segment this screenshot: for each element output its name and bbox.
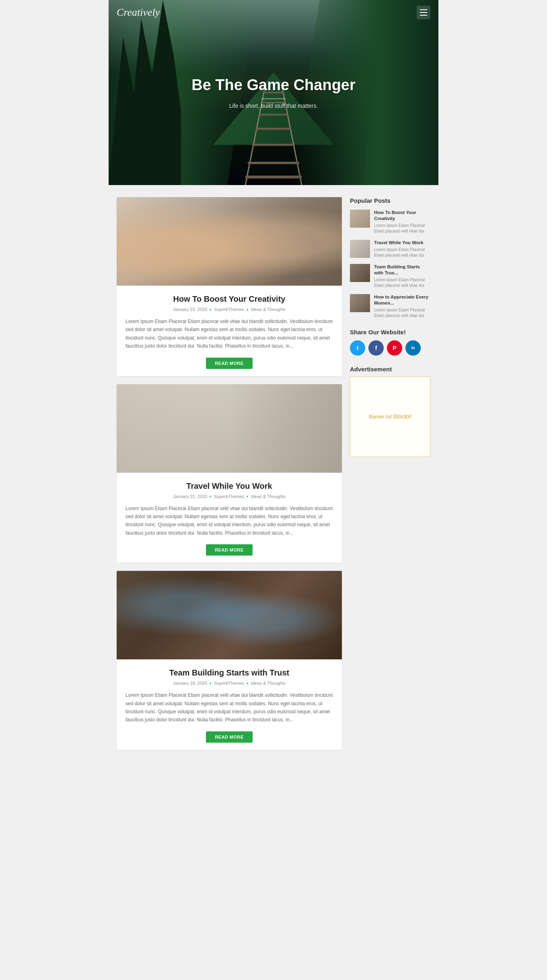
ad-title: Advertisement (350, 366, 430, 373)
post-card-3: Team Building Starts with Trust January … (117, 571, 342, 750)
post-excerpt-3: Lorem Ipsum Etiam Placerat Etiam placera… (125, 691, 333, 724)
post-excerpt-2: Lorem Ipsum Etiam Placerat Etiam placera… (125, 504, 333, 537)
pp-thumb-4 (350, 294, 370, 312)
linkedin-button[interactable]: in (405, 340, 421, 356)
popular-post-1[interactable]: How To Boost Your Creativity Lorem Ipsum… (350, 210, 430, 234)
pp-info-4: How to Appreciate Every Momen... Lorem I… (374, 294, 430, 319)
post-body-2: Travel While You Work January 22, 2020 ●… (117, 473, 342, 563)
read-more-2[interactable]: READ MORE (206, 544, 253, 556)
pp-title-1: How To Boost Your Creativity (374, 210, 430, 222)
post-meta-1: January 23, 2020 ● SuperbThemes ● Ideas … (125, 307, 333, 312)
post-author-2: SuperbThemes (214, 494, 244, 499)
meta-dot-5: ● (210, 681, 212, 685)
hamburger-line-2 (420, 12, 427, 13)
main-content: How To Boost Your Creativity January 23,… (109, 185, 438, 762)
advertisement-section: Advertisement Banner Ad 300x300 (350, 366, 430, 457)
hero-section: Be The Game Changer Life is short, build… (109, 0, 438, 185)
post-image-2[interactable] (117, 384, 342, 473)
menu-toggle[interactable] (417, 6, 430, 19)
posts-column: How To Boost Your Creativity January 23,… (117, 197, 342, 750)
linkedin-icon: in (411, 346, 415, 350)
post-title-1[interactable]: How To Boost Your Creativity (125, 294, 333, 304)
post-body-1: How To Boost Your Creativity January 23,… (117, 286, 342, 376)
post-excerpt-1: Lorem Ipsum Etiam Placerat Etiam placera… (125, 317, 333, 350)
post-meta-2: January 22, 2020 ● SuperbThemes ● Ideas … (125, 494, 333, 499)
popular-post-3[interactable]: Team Building Starts with Trus... Lorem … (350, 264, 430, 288)
meta-dot-1: ● (210, 308, 212, 311)
share-title: Share Our Website! (350, 329, 430, 336)
hero-content: Be The Game Changer Life is short, build… (142, 76, 405, 109)
meta-dot-3: ● (210, 494, 212, 498)
post-image-3[interactable] (117, 571, 342, 659)
pinterest-button[interactable]: P (387, 340, 402, 356)
pp-thumb-3 (350, 264, 370, 282)
pp-info-1: How To Boost Your Creativity Lorem Ipsum… (374, 210, 430, 234)
ad-box[interactable]: Banner Ad 300x300 (350, 377, 430, 457)
read-more-1[interactable]: READ MORE (206, 358, 253, 369)
pp-excerpt-4: Lorem Ipsum Etiam Placerat Etiam placera… (374, 307, 430, 319)
share-section: Share Our Website! t f P in (350, 329, 430, 356)
post-date-2: January 22, 2020 (173, 494, 207, 499)
post-date-1: January 23, 2020 (173, 307, 207, 312)
hero-title: Be The Game Changer (142, 76, 405, 94)
pp-thumb-2 (350, 240, 370, 258)
facebook-icon: f (375, 345, 377, 351)
site-header: Creatively (109, 0, 438, 25)
post-title-2[interactable]: Travel While You Work (125, 482, 333, 491)
pp-title-2: Travel While You Work (374, 240, 430, 246)
twitter-icon: t (357, 345, 359, 351)
hero-divider (261, 99, 286, 99)
hamburger-line-1 (420, 9, 427, 10)
post-body-3: Team Building Starts with Trust January … (117, 659, 342, 750)
post-date-3: January 18, 2020 (173, 681, 207, 686)
hero-subtitle: Life is short, build stuff that matters. (142, 103, 405, 109)
twitter-button[interactable]: t (350, 340, 365, 356)
pinterest-icon: P (393, 345, 396, 351)
post-category-3: Ideas & Thoughts (251, 681, 286, 686)
read-more-3[interactable]: READ MORE (206, 731, 253, 743)
post-card-2: Travel While You Work January 22, 2020 ●… (117, 384, 342, 563)
site-logo[interactable]: Creatively (117, 6, 160, 19)
pp-title-4: How to Appreciate Every Momen... (374, 294, 430, 306)
post-image-1[interactable] (117, 197, 342, 286)
post-author-1: SuperbThemes (214, 307, 244, 312)
hamburger-line-3 (420, 15, 427, 16)
meta-dot-4: ● (247, 494, 249, 498)
social-buttons: t f P in (350, 340, 430, 356)
post-meta-3: January 18, 2020 ● SuperbThemes ● Ideas … (125, 681, 333, 686)
pp-info-2: Travel While You Work Lorem Ipsum Etiam … (374, 240, 430, 258)
popular-posts-section: Popular Posts How To Boost Your Creativi… (350, 197, 430, 319)
meta-dot-6: ● (247, 681, 249, 685)
popular-post-4[interactable]: How to Appreciate Every Momen... Lorem I… (350, 294, 430, 319)
ad-text: Banner Ad 300x300 (369, 414, 411, 420)
popular-posts-title: Popular Posts (350, 197, 430, 204)
pp-excerpt-3: Lorem Ipsum Etiam Placerat Etiam placera… (374, 277, 430, 288)
pp-info-3: Team Building Starts with Trus... Lorem … (374, 264, 430, 288)
facebook-button[interactable]: f (368, 340, 384, 356)
post-category-1: Ideas & Thoughts (251, 307, 286, 312)
pp-title-3: Team Building Starts with Trus... (374, 264, 430, 276)
sidebar: Popular Posts How To Boost Your Creativi… (350, 197, 430, 467)
popular-post-2[interactable]: Travel While You Work Lorem Ipsum Etiam … (350, 240, 430, 258)
post-card-1: How To Boost Your Creativity January 23,… (117, 197, 342, 376)
pp-thumb-1 (350, 210, 370, 228)
pp-excerpt-1: Lorem Ipsum Etiam Placerat Etiam placera… (374, 223, 430, 234)
pp-excerpt-2: Lorem Ipsum Etiam Placerat Etiam placera… (374, 247, 430, 258)
post-category-2: Ideas & Thoughts (251, 494, 286, 499)
post-author-3: SuperbThemes (214, 681, 244, 686)
meta-dot-2: ● (247, 308, 249, 311)
post-title-3[interactable]: Team Building Starts with Trust (125, 668, 333, 677)
